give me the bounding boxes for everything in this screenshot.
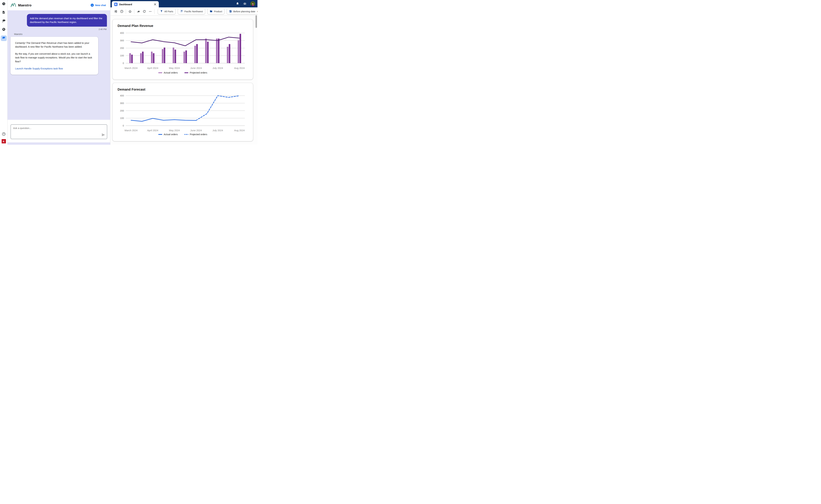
filter-chip-pacific-northwest[interactable]: Pacific Northwest bbox=[178, 8, 205, 14]
toolbar-divider bbox=[126, 9, 126, 14]
svg-text:May 2024: May 2024 bbox=[169, 67, 180, 69]
people-icon[interactable] bbox=[243, 2, 247, 6]
navigate-back-button[interactable] bbox=[1, 27, 7, 32]
folder-icon bbox=[210, 10, 213, 13]
svg-text:200: 200 bbox=[120, 109, 124, 112]
chart-title: Demand Plan Revenue bbox=[117, 24, 253, 28]
assistant-paragraph: Certainly! The Demand Plan Revenue chart… bbox=[15, 41, 94, 49]
svg-text:June 2024: June 2024 bbox=[190, 129, 202, 132]
svg-text:200: 200 bbox=[120, 47, 124, 49]
message-timestamp: 2:40 PM bbox=[11, 28, 106, 31]
question-input-container bbox=[11, 124, 107, 139]
share-button[interactable] bbox=[135, 9, 141, 14]
app-root: ? K Maestro + New chat Add the demand pl… bbox=[0, 0, 258, 145]
clock-icon bbox=[2, 2, 6, 6]
vertical-scrollbar-thumb[interactable] bbox=[256, 15, 257, 28]
more-options-button[interactable] bbox=[147, 9, 153, 14]
assistant-name-label: Maestro bbox=[14, 33, 107, 35]
legend-swatch bbox=[158, 72, 162, 73]
close-tab-icon[interactable] bbox=[154, 3, 156, 6]
legend-item: Projected orders bbox=[184, 133, 207, 136]
notifications-bell-icon[interactable] bbox=[236, 2, 239, 5]
user-message-bubble: Add the demand plan revenue chart to my … bbox=[27, 14, 107, 27]
launch-task-flow-link[interactable]: Launch Handle Supply Exceptions task flo… bbox=[15, 67, 63, 70]
svg-text:May 2024: May 2024 bbox=[169, 129, 180, 132]
insights-button[interactable] bbox=[1, 18, 7, 24]
help-circle-button[interactable]: ? bbox=[119, 9, 125, 14]
chat-panel: Maestro + New chat Add the demand plan r… bbox=[8, 0, 110, 145]
toolbar-divider bbox=[134, 9, 134, 14]
refresh-button[interactable] bbox=[141, 9, 147, 14]
svg-text:0: 0 bbox=[123, 62, 124, 64]
question-input[interactable] bbox=[11, 125, 107, 139]
history-button[interactable] bbox=[1, 1, 7, 7]
chat-header: Maestro + New chat bbox=[8, 0, 110, 10]
top-navigation-bar: Dashboard bbox=[110, 0, 258, 7]
svg-text:?: ? bbox=[3, 133, 4, 135]
demand-forecast-chart: 0100200300400March 2024April 2024May 202… bbox=[116, 92, 250, 133]
dashboard-panel: Dashboard ? bbox=[110, 0, 258, 145]
documents-button[interactable] bbox=[1, 10, 7, 15]
legend-item: Actual orders bbox=[158, 71, 178, 74]
svg-text:April 2024: April 2024 bbox=[147, 67, 158, 69]
svg-text:March 2024: March 2024 bbox=[124, 67, 137, 69]
document-icon bbox=[2, 10, 6, 15]
new-chat-button[interactable]: + New chat bbox=[91, 4, 106, 7]
legend-item: Projected orders bbox=[184, 71, 207, 74]
chart-title: Demand Forecast bbox=[117, 88, 253, 91]
thought-bubble-icon bbox=[2, 19, 6, 24]
chat-bubble-icon bbox=[2, 36, 6, 40]
svg-text:March 2024: March 2024 bbox=[124, 129, 137, 132]
plus-icon: + bbox=[91, 4, 94, 7]
demand-forecast-card: Demand Forecast 0100200300400March 2024A… bbox=[112, 83, 253, 141]
legend-swatch bbox=[184, 72, 188, 73]
dashboard-tab-icon bbox=[114, 3, 117, 6]
demand-plan-revenue-chart: 0100200300400March 2024April 2024May 202… bbox=[116, 29, 250, 71]
filter-chip-product[interactable]: Product bbox=[207, 8, 225, 14]
help-icon: ? bbox=[2, 132, 6, 137]
svg-text:July 2024: July 2024 bbox=[213, 67, 223, 69]
filter-chip-before-planning-date[interactable]: Before planning date 6 mon bbox=[227, 8, 258, 14]
chat-message-list: Add the demand plan revenue chart to my … bbox=[8, 10, 110, 120]
legend-label: Actual orders bbox=[164, 133, 178, 136]
svg-text:?: ? bbox=[121, 10, 122, 12]
legend-dashed-swatch bbox=[184, 134, 188, 135]
maestro-chat-button[interactable] bbox=[1, 35, 7, 41]
topbar-right-actions bbox=[236, 0, 255, 7]
user-avatar[interactable] bbox=[251, 1, 255, 6]
assistant-paragraph: By the way, if you are concerned about a… bbox=[15, 52, 94, 63]
dashboard-content: Demand Plan Revenue 0100200300400March 2… bbox=[110, 16, 258, 145]
tab-dashboard[interactable]: Dashboard bbox=[112, 1, 159, 7]
svg-text:Aug 2024: Aug 2024 bbox=[234, 67, 245, 69]
svg-text:June 2024: June 2024 bbox=[190, 67, 202, 69]
svg-text:April 2024: April 2024 bbox=[147, 129, 158, 132]
funnel-list-icon bbox=[180, 10, 183, 13]
svg-text:300: 300 bbox=[120, 39, 124, 42]
chat-input-area bbox=[8, 120, 110, 142]
chart-legend: Actual ordersProjected orders bbox=[113, 71, 253, 74]
svg-text:0: 0 bbox=[123, 124, 124, 127]
favorite-star-button[interactable] bbox=[127, 9, 133, 14]
svg-text:400: 400 bbox=[120, 94, 124, 97]
calendar-icon bbox=[229, 10, 232, 13]
assistant-message-bubble: Certainly! The Demand Plan Revenue chart… bbox=[11, 37, 98, 75]
funnel-icon bbox=[160, 10, 163, 13]
maestro-logo-icon bbox=[11, 2, 16, 8]
legend-label: Actual orders bbox=[164, 71, 178, 74]
demand-plan-revenue-card: Demand Plan Revenue 0100200300400March 2… bbox=[112, 19, 253, 80]
arrow-up-left-icon bbox=[2, 27, 6, 32]
send-button[interactable] bbox=[101, 133, 105, 137]
svg-text:300: 300 bbox=[120, 102, 124, 105]
filter-chip-all-parts[interactable]: All Parts bbox=[158, 8, 176, 14]
svg-text:100: 100 bbox=[120, 117, 124, 119]
svg-text:100: 100 bbox=[120, 54, 124, 57]
legend-label: Projected orders bbox=[190, 133, 207, 136]
legend-label: Projected orders bbox=[190, 71, 207, 74]
settings-sliders-button[interactable] bbox=[113, 9, 119, 14]
kinaxis-logo[interactable]: K bbox=[2, 139, 6, 143]
svg-text:Aug 2024: Aug 2024 bbox=[234, 129, 245, 132]
dashboard-tab-label: Dashboard bbox=[119, 3, 132, 6]
help-button[interactable]: ? bbox=[1, 132, 7, 137]
dashboard-toolbar: ? All Parts bbox=[110, 7, 258, 16]
legend-item: Actual orders bbox=[158, 133, 178, 136]
